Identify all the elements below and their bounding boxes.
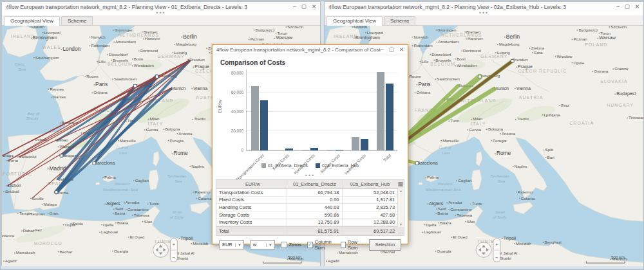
city-dot bbox=[133, 180, 135, 181]
maximize-icon[interactable]: ▢ bbox=[625, 4, 630, 10]
selection-button[interactable]: Selection bbox=[369, 239, 401, 251]
city-label: Gharbi bbox=[176, 256, 188, 260]
close-icon[interactable]: ✕ bbox=[635, 4, 639, 10]
bar[interactable] bbox=[251, 86, 259, 150]
maximize-icon[interactable]: ▢ bbox=[301, 4, 307, 10]
tab-geographical-view[interactable]: Geographical View bbox=[327, 16, 383, 26]
scale-label: 500 km bbox=[288, 255, 301, 260]
sea-label: Lion bbox=[442, 150, 450, 155]
bar[interactable] bbox=[361, 139, 368, 150]
city-dot bbox=[132, 215, 133, 216]
country-label: WALES bbox=[43, 45, 61, 50]
dialog-controls: EUR ▾ w ▾ Zeros✓Column SumRow Sum Select… bbox=[213, 236, 408, 251]
node-marker[interactable] bbox=[55, 191, 57, 194]
close-icon[interactable]: ✕ bbox=[399, 47, 404, 53]
scroll-down-icon[interactable]: ▼ bbox=[399, 222, 402, 226]
table-grid-icon[interactable]: ▦ bbox=[397, 180, 403, 188]
city-dot bbox=[435, 78, 436, 80]
city-label: Ouargla bbox=[114, 249, 129, 253]
scroll-up-icon[interactable]: ▲ bbox=[399, 189, 402, 193]
table-scrollbar[interactable]: ▲▼ bbox=[397, 188, 404, 227]
tab-geographical-view[interactable]: Geographical View bbox=[4, 16, 60, 26]
table-row[interactable]: Storage Costs590.86427.68 bbox=[216, 212, 404, 219]
checkbox-row-sum[interactable]: Row Sum bbox=[341, 239, 363, 251]
maximize-icon[interactable]: ▢ bbox=[389, 47, 394, 53]
node-marker[interactable] bbox=[511, 60, 514, 62]
city-label: Rabat bbox=[23, 228, 34, 233]
legend-swatch bbox=[261, 163, 266, 168]
node-marker[interactable] bbox=[155, 75, 158, 78]
city-label: Rome bbox=[497, 150, 511, 156]
city-dot bbox=[274, 38, 276, 39]
sea-label: Lion bbox=[119, 150, 128, 155]
city-label: Norwich bbox=[413, 35, 428, 39]
tab-scheme[interactable]: Scheme bbox=[61, 16, 93, 25]
bar[interactable] bbox=[352, 137, 359, 150]
city-label: Porto bbox=[8, 158, 18, 163]
bar[interactable] bbox=[301, 150, 309, 150]
city-label: Orléans bbox=[416, 91, 430, 95]
node-marker[interactable] bbox=[134, 85, 137, 87]
period-dropdown[interactable]: w ▾ bbox=[250, 240, 275, 249]
checkbox-zeros[interactable]: Zeros bbox=[281, 242, 301, 248]
table-row[interactable]: Transportation Costs66,794.1852,048.01 bbox=[216, 189, 404, 197]
city-dot bbox=[104, 203, 106, 204]
chevron-down-icon[interactable]: ▾ bbox=[266, 243, 274, 247]
city-label: Catania bbox=[198, 196, 212, 201]
city-dot bbox=[627, 118, 628, 119]
bar[interactable] bbox=[285, 148, 293, 150]
city-label: Berlin bbox=[506, 34, 520, 40]
checkbox-column-sum[interactable]: ✓Column Sum bbox=[307, 239, 335, 251]
city-label: Genoa bbox=[146, 127, 158, 132]
city-dot bbox=[70, 223, 71, 224]
city-label: Ljubljana bbox=[544, 113, 561, 117]
dialog-titlebar[interactable]: 4flow European transportation network_mg… bbox=[213, 45, 408, 55]
node-marker[interactable] bbox=[415, 162, 418, 165]
city-dot bbox=[31, 38, 32, 39]
city-dot bbox=[192, 119, 193, 120]
city-dot bbox=[21, 230, 23, 231]
node-marker[interactable] bbox=[60, 154, 62, 157]
table-row[interactable]: Fixed Costs0.001,917.81 bbox=[216, 197, 404, 204]
bar[interactable] bbox=[386, 84, 393, 150]
city-label: Brussels bbox=[113, 58, 128, 62]
table-row[interactable]: Handling Costs440.032,835.73 bbox=[216, 204, 404, 212]
city-dot bbox=[614, 94, 616, 95]
tab-bar-right: Geographical View Scheme bbox=[325, 15, 643, 26]
node-marker[interactable] bbox=[93, 162, 95, 165]
map-pan-control[interactable] bbox=[476, 242, 491, 257]
bar[interactable] bbox=[336, 150, 343, 150]
city-label: El Oued bbox=[453, 235, 468, 239]
cell-value: 13,750.89 bbox=[287, 219, 343, 226]
city-dot bbox=[30, 26, 31, 28]
chevron-down-icon[interactable]: ▾ bbox=[235, 243, 243, 247]
bar[interactable] bbox=[310, 148, 318, 150]
city-label: Dresden bbox=[189, 57, 205, 62]
city-dot bbox=[193, 192, 194, 193]
bar[interactable] bbox=[327, 150, 334, 150]
cell-value: 81,575.91 bbox=[287, 227, 343, 235]
table-row[interactable]: Inventory Costs13,750.8912,288.80 bbox=[216, 219, 404, 226]
minimize-icon[interactable]: – bbox=[616, 4, 620, 10]
city-dot bbox=[455, 59, 456, 60]
zoom-in-icon[interactable]: + bbox=[173, 242, 176, 248]
city-dot bbox=[515, 88, 516, 89]
currency-dropdown[interactable]: EUR ▾ bbox=[219, 240, 244, 249]
map-pan-control[interactable] bbox=[153, 242, 169, 257]
checkbox-box[interactable] bbox=[281, 242, 287, 248]
zoom-out-icon[interactable]: − bbox=[173, 255, 176, 260]
minimize-icon[interactable]: – bbox=[381, 47, 384, 53]
bar[interactable] bbox=[260, 100, 268, 150]
city-dot bbox=[577, 30, 578, 31]
table-more-button[interactable]: … bbox=[398, 228, 403, 236]
node-marker[interactable] bbox=[478, 75, 481, 78]
tab-scheme[interactable]: Scheme bbox=[384, 16, 415, 25]
zoom-in-icon[interactable]: + bbox=[495, 242, 498, 248]
zoom-out-icon[interactable]: − bbox=[495, 255, 498, 260]
checkbox-box[interactable]: ✓ bbox=[307, 242, 313, 248]
bar[interactable] bbox=[377, 72, 384, 150]
city-dot bbox=[124, 203, 125, 204]
checkbox-box[interactable] bbox=[341, 242, 346, 248]
minimize-icon[interactable]: – bbox=[293, 4, 296, 10]
close-icon[interactable]: ✕ bbox=[312, 4, 316, 10]
